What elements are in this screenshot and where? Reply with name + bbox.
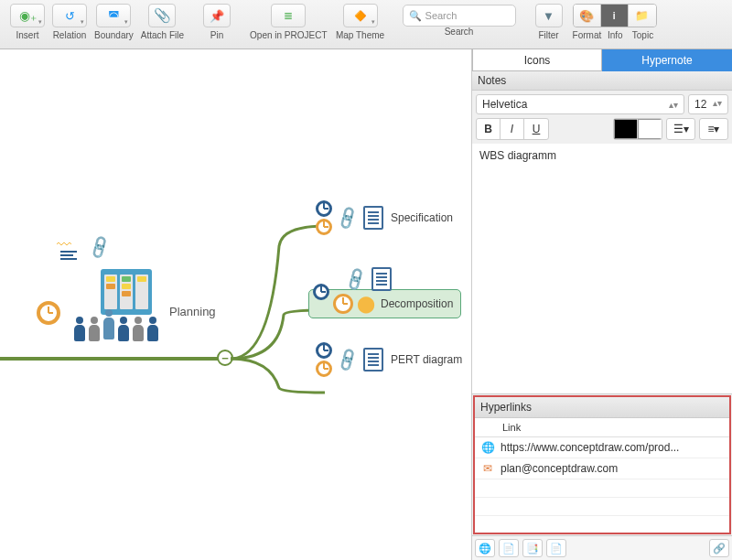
hyperlink-toolbar: 🌐 📄 📑 📄 🔗 xyxy=(472,535,732,560)
topic-button[interactable]: 📁 xyxy=(629,5,656,27)
add-web-link-button[interactable]: 🌐 xyxy=(475,539,495,557)
search-field[interactable]: SearchSearch xyxy=(400,4,519,37)
notes-textarea[interactable]: WBS diagramm xyxy=(472,144,732,394)
inspector-panel: Icons Hypernote Notes Helvetica▴▾ 12▴▾ B… xyxy=(472,49,732,560)
main-toolbar: ◉₊Insert ↺Relation ◚Boundary 📎Attach Fil… xyxy=(0,0,732,49)
document-icon xyxy=(363,348,383,372)
notes-header: Notes xyxy=(472,71,732,91)
hyperlink-row[interactable]: 🌐 https://www.conceptdraw.com/prod... xyxy=(475,437,729,458)
pin-marker-icon: ⬤ xyxy=(357,294,375,314)
mail-icon: ✉ xyxy=(480,461,495,476)
hyperlinks-header: Hyperlinks xyxy=(475,397,729,418)
tab-hypernote[interactable]: Hypernote xyxy=(602,49,732,71)
relation-button[interactable]: ↺Relation xyxy=(49,4,90,40)
globe-icon: 🌐 xyxy=(480,440,495,455)
empty-row xyxy=(475,498,729,516)
font-size-selector[interactable]: 12▴▾ xyxy=(688,94,728,114)
hyperlinks-section: Hyperlinks Link 🌐 https://www.conceptdra… xyxy=(473,395,731,534)
add-topic-link-button[interactable]: 📑 xyxy=(522,539,543,557)
format-button[interactable]: 🎨 xyxy=(574,5,601,27)
tab-icons[interactable]: Icons xyxy=(472,49,602,71)
pin-button[interactable]: 📌Pin xyxy=(198,4,236,40)
link-column-header: Link xyxy=(475,418,729,437)
color-group xyxy=(613,118,662,140)
map-theme-button[interactable]: 🔶Map Theme xyxy=(332,4,389,40)
decomposition-topic-selected[interactable]: ⬤ Decomposition xyxy=(308,289,461,318)
boundary-button[interactable]: ◚Boundary xyxy=(92,4,136,40)
filter-button[interactable]: ▼Filter xyxy=(530,4,568,40)
decomposition-icons: 🔗 xyxy=(346,267,392,291)
list-button[interactable]: ☰▾ xyxy=(666,118,695,140)
bold-button[interactable]: B xyxy=(477,119,501,139)
chain-icon: 🔗 xyxy=(334,204,361,232)
info-button[interactable]: i xyxy=(601,5,629,27)
pert-diagram-topic[interactable]: 🔗 PERT diagram xyxy=(316,342,462,377)
link-options-button[interactable]: 🔗 xyxy=(709,539,729,557)
format-info-topic-group: 🎨 i 📁 FormatInfoTopic xyxy=(570,4,660,40)
chain-icon: 🔗 xyxy=(342,265,370,293)
font-selector[interactable]: Helvetica▴▾ xyxy=(476,94,684,114)
chain-icon: 🔗 xyxy=(334,346,361,373)
lines-icon xyxy=(60,251,77,260)
mindmap-canvas[interactable]: 〰 🔗 Planning − xyxy=(0,49,472,560)
document-icon xyxy=(363,206,383,230)
root-branch xyxy=(0,357,220,361)
add-file-link-button[interactable]: 📄 xyxy=(499,539,519,557)
text-color-button[interactable] xyxy=(614,119,638,139)
clock-icon xyxy=(37,301,60,328)
remove-link-button[interactable]: 📄 xyxy=(546,539,566,557)
hyperlink-row[interactable]: ✉ plan@conceptdraw.com xyxy=(475,458,729,479)
attach-file-button[interactable]: 📎Attach File xyxy=(138,4,187,40)
people-illustration xyxy=(73,262,165,344)
empty-row xyxy=(475,479,729,498)
specification-topic[interactable]: 🔗 Specification xyxy=(316,200,453,235)
chain-icon: 🔗 xyxy=(86,233,113,261)
italic-button[interactable]: I xyxy=(501,119,524,139)
align-button[interactable]: ≡▾ xyxy=(699,118,728,140)
document-icon xyxy=(371,267,392,291)
planning-topic[interactable]: Planning xyxy=(169,305,216,318)
underline-button[interactable]: U xyxy=(524,119,548,139)
text-style-group: B I U xyxy=(476,118,549,140)
bg-color-button[interactable] xyxy=(638,119,662,139)
insert-button[interactable]: ◉₊Insert xyxy=(7,4,48,40)
open-project-button[interactable]: ≣Open in PROJECT xyxy=(247,4,329,40)
